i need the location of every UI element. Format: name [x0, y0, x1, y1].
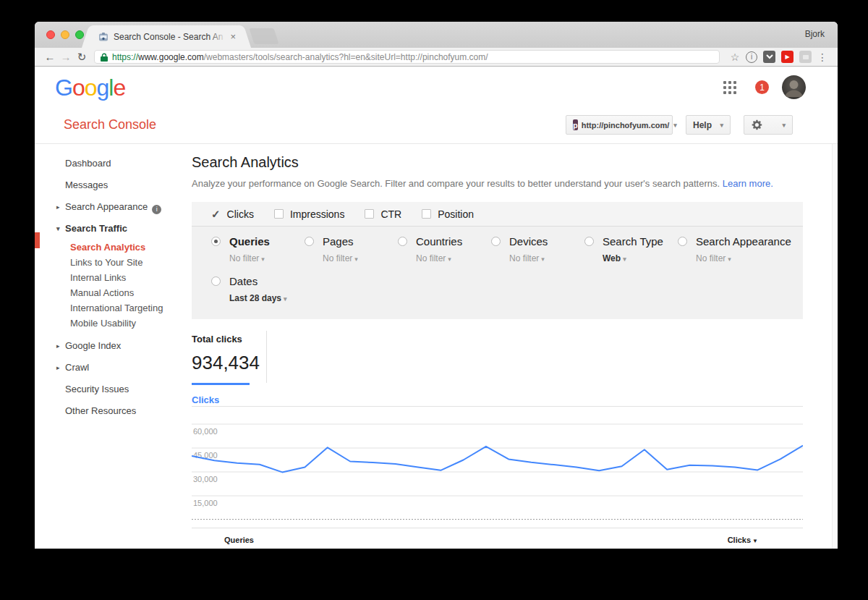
- chevron-down-icon: ▾: [261, 255, 265, 263]
- sidebar-item-messages[interactable]: Messages: [35, 174, 188, 196]
- devices-filter-dropdown[interactable]: No filter▾: [509, 253, 584, 263]
- tab-close-icon[interactable]: ×: [230, 32, 236, 41]
- site-selector-dropdown[interactable]: p http://pinchofyum.com/ ▾: [566, 115, 673, 135]
- page-scrollbar[interactable]: [832, 144, 838, 549]
- secure-lock-icon: [101, 53, 108, 62]
- check-icon: ✓: [211, 208, 221, 221]
- search-appearance-filter-dropdown[interactable]: No filter▾: [696, 253, 801, 263]
- column-header-queries[interactable]: Queries: [224, 536, 254, 544]
- sidebar-item-international-targeting[interactable]: International Targeting: [35, 300, 188, 316]
- google-logo[interactable]: Google: [55, 75, 125, 101]
- queries-filter-dropdown[interactable]: No filter▾: [229, 253, 305, 263]
- dimension-countries-radio[interactable]: Countries: [398, 235, 491, 248]
- help-label: Help: [693, 120, 712, 130]
- dimension-countries: Countries No filter▾: [398, 235, 491, 263]
- dimension-queries: Queries No filter▾: [211, 235, 305, 263]
- chrome-profile-name[interactable]: Bjork: [805, 29, 825, 39]
- new-tab-button[interactable]: [249, 28, 278, 44]
- info-icon[interactable]: i: [152, 205, 161, 214]
- clicks-line-series: [192, 446, 803, 473]
- google-apps-icon[interactable]: [723, 81, 736, 94]
- settings-dropdown[interactable]: ▾: [744, 115, 793, 135]
- total-clicks-value: 934,434: [192, 352, 803, 374]
- sidebar-item-google-index[interactable]: ▸ Google Index: [35, 335, 188, 357]
- countries-filter-dropdown[interactable]: No filter▾: [416, 253, 491, 263]
- chevron-down-icon: ▾: [728, 255, 731, 263]
- dimension-search-type-radio[interactable]: Search Type: [584, 235, 678, 248]
- metric-position-checkbox[interactable]: Position: [422, 208, 474, 220]
- pages-filter-dropdown[interactable]: No filter▾: [323, 253, 398, 263]
- search-type-filter-dropdown[interactable]: Web▾: [603, 253, 678, 263]
- browser-tab-strip: Search Console - Search Analy × Bjork: [35, 22, 838, 48]
- metrics-row: ✓ Clicks Impressions CTR: [192, 202, 803, 227]
- sort-descending-icon: ▼: [752, 538, 758, 544]
- dimension-dates: Dates Last 28 days▾: [211, 275, 305, 303]
- window-close-button[interactable]: [46, 30, 55, 39]
- collapse-arrow-icon: ▾: [56, 218, 60, 240]
- search-traffic-subitems: Search Analytics Links to Your Site Inte…: [35, 240, 188, 331]
- sidebar-item-search-traffic[interactable]: ▾ Search Traffic: [35, 218, 188, 240]
- dimension-search-appearance-radio[interactable]: Search Appearance: [678, 235, 801, 248]
- notifications-badge[interactable]: 1: [755, 80, 769, 94]
- sidebar-item-search-analytics[interactable]: Search Analytics: [35, 240, 188, 255]
- chevron-down-icon: ▾: [448, 255, 451, 263]
- learn-more-link[interactable]: Learn more.: [723, 178, 773, 189]
- dimension-devices-radio[interactable]: Devices: [491, 235, 584, 248]
- dimensions-row: Queries No filter▾ Pages No filter▾: [192, 227, 803, 263]
- metric-ctr-checkbox[interactable]: CTR: [365, 208, 401, 220]
- chevron-down-icon: ▾: [782, 122, 786, 129]
- chat-extension-icon[interactable]: [799, 51, 812, 63]
- reload-button-icon[interactable]: ↻: [74, 51, 90, 62]
- dates-filter-dropdown[interactable]: Last 28 days▾: [229, 293, 305, 303]
- url-scheme: https: [112, 52, 131, 62]
- clicks-chart: 60,00045,00030,00015,000: [192, 406, 803, 523]
- queries-table-header: Queries Clicks▼: [192, 528, 803, 549]
- total-clicks-label: Total clicks: [192, 329, 803, 345]
- dimension-search-appearance: Search Appearance No filter▾: [678, 235, 801, 263]
- account-avatar[interactable]: [782, 75, 806, 99]
- window-minimize-button[interactable]: [61, 30, 69, 39]
- sidebar-item-crawl[interactable]: ▸ Crawl: [35, 357, 188, 379]
- metric-impressions-checkbox[interactable]: Impressions: [274, 208, 344, 220]
- chrome-menu-icon[interactable]: ⋮: [814, 51, 830, 63]
- help-dropdown[interactable]: Help ▾: [686, 115, 731, 135]
- app-title[interactable]: Search Console: [64, 117, 156, 132]
- google-header: Google 1: [35, 67, 838, 107]
- info-extension-icon[interactable]: i: [746, 51, 757, 63]
- tab-title-fade: [210, 25, 226, 48]
- address-bar[interactable]: https://www.google.com/webmasters/tools/…: [94, 50, 720, 64]
- dimension-search-type: Search Type Web▾: [584, 235, 678, 263]
- sidebar-item-mobile-usability[interactable]: Mobile Usability: [35, 316, 188, 331]
- sidebar-item-dashboard[interactable]: Dashboard: [35, 153, 188, 174]
- y-tick-label: 15,000: [193, 499, 218, 507]
- sidebar-item-manual-actions[interactable]: Manual Actions: [35, 285, 188, 300]
- dimension-pages-radio[interactable]: Pages: [305, 235, 398, 248]
- browser-toolbar: ← → ↻ https://www.google.com/webmasters/…: [35, 48, 838, 67]
- pocket-extension-icon[interactable]: [763, 51, 775, 63]
- metric-clicks-checkbox[interactable]: ✓ Clicks: [211, 208, 254, 221]
- youtube-extension-icon[interactable]: ▶: [781, 51, 793, 63]
- chevron-down-icon: ▾: [673, 122, 677, 129]
- window-zoom-button[interactable]: [75, 30, 84, 39]
- column-header-clicks[interactable]: Clicks▼: [728, 536, 758, 544]
- dimension-pages: Pages No filter▾: [305, 235, 398, 263]
- sidebar-item-security-issues[interactable]: Security Issues: [35, 379, 188, 400]
- browser-tab[interactable]: Search Console - Search Analy ×: [91, 25, 242, 48]
- forward-button-icon[interactable]: →: [58, 51, 74, 62]
- back-button-icon[interactable]: ←: [42, 51, 58, 62]
- checkbox-empty-icon: [422, 209, 431, 219]
- radio-unselected-icon: [678, 237, 687, 246]
- dimension-queries-radio[interactable]: Queries: [211, 235, 305, 248]
- filter-panel: ✓ Clicks Impressions CTR: [192, 202, 803, 319]
- sidebar-item-search-appearance[interactable]: ▸ Search Appearancei: [35, 196, 188, 218]
- sidebar-item-internal-links[interactable]: Internal Links: [35, 270, 188, 285]
- total-clicks-accent-bar: [192, 383, 250, 385]
- site-favicon: p: [573, 119, 578, 130]
- dimension-dates-radio[interactable]: Dates: [211, 275, 305, 287]
- bookmark-star-icon[interactable]: ☆: [727, 51, 743, 63]
- browser-window: Search Console - Search Analy × Bjork ← …: [35, 22, 838, 549]
- sidebar-item-other-resources[interactable]: Other Resources: [35, 400, 188, 422]
- sidebar-item-links-to-your-site[interactable]: Links to Your Site: [35, 255, 188, 270]
- url-separator: ://: [131, 52, 138, 62]
- tab-title: Search Console - Search Analy: [114, 32, 224, 42]
